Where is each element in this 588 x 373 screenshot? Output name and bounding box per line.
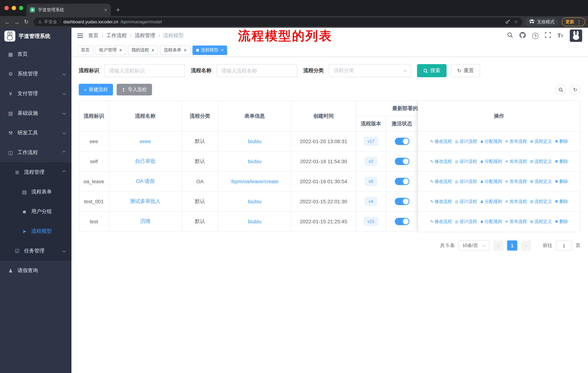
sidebar-item-leave-query[interactable]: ♟ 请假查询: [0, 261, 72, 281]
sidebar-item-workflow[interactable]: ◫ 工作流程: [0, 143, 72, 162]
help-icon[interactable]: ?: [532, 33, 538, 39]
forward-icon[interactable]: →: [12, 19, 21, 25]
active-toggle[interactable]: [395, 178, 409, 185]
category-select[interactable]: 流程分类: [329, 64, 411, 77]
page-size-select[interactable]: 10条/页: [458, 240, 490, 251]
page-tab-process-form[interactable]: 流程表单 ×: [160, 45, 190, 55]
edit-process-action[interactable]: ✎修改流程: [430, 158, 452, 164]
publish-process-action[interactable]: ✈发布流程: [505, 178, 527, 184]
form-info-link[interactable]: biubiu: [248, 199, 262, 204]
process-name-link[interactable]: 滔博: [140, 218, 150, 224]
delete-action[interactable]: ✖删除: [555, 158, 568, 164]
create-process-button[interactable]: + 新建流程: [79, 84, 113, 95]
sidebar-item-process-form[interactable]: ▤ 流程表单: [0, 182, 72, 202]
page-tab-tenant-mgmt[interactable]: 租户管理 ×: [95, 45, 126, 55]
form-info-link[interactable]: biubiu: [248, 159, 262, 164]
new-tab-button[interactable]: +: [116, 6, 120, 13]
edit-process-action[interactable]: ✎修改流程: [430, 178, 452, 184]
process-id-input[interactable]: [104, 64, 185, 77]
sidebar-item-home[interactable]: ▦ 首页: [0, 44, 72, 64]
reload-icon[interactable]: ↻: [22, 19, 31, 25]
process-name-link[interactable]: 自己审批: [135, 158, 156, 164]
github-icon[interactable]: [519, 32, 526, 40]
publish-process-action[interactable]: ✈发布流程: [505, 138, 527, 144]
sidebar-item-payment-mgmt[interactable]: ¥ 支付管理: [0, 84, 72, 103]
minimize-window-button[interactable]: [12, 6, 16, 10]
back-icon[interactable]: ←: [3, 19, 12, 25]
assign-rule-action[interactable]: ♟分配规则: [480, 198, 502, 204]
close-window-button[interactable]: [4, 6, 9, 10]
tab-close-icon[interactable]: ×: [104, 7, 107, 13]
delete-action[interactable]: ✖删除: [555, 178, 568, 184]
delete-action[interactable]: ✖删除: [555, 198, 568, 204]
sidebar-item-process-model[interactable]: ➤ 流程模型: [0, 222, 72, 241]
active-toggle[interactable]: [395, 218, 409, 225]
assign-rule-action[interactable]: ♟分配规则: [480, 178, 502, 184]
page-tab-process-model[interactable]: 流程模型 ×: [192, 45, 227, 55]
sidebar-item-user-group[interactable]: ☻ 用户分组: [0, 202, 72, 222]
avatar[interactable]: [570, 30, 582, 42]
sidebar-item-dev-tools[interactable]: ⚒ 研发工具: [0, 123, 72, 143]
process-definition-action[interactable]: ⊞流程定义: [530, 219, 552, 225]
toggle-search-button[interactable]: [556, 84, 566, 95]
page-1-button[interactable]: 1: [507, 240, 517, 251]
process-definition-action[interactable]: ⊞流程定义: [530, 138, 552, 144]
close-icon[interactable]: ×: [119, 48, 122, 52]
zoom-window-button[interactable]: [19, 6, 23, 10]
page-tab-home[interactable]: 首页: [77, 45, 93, 55]
form-info-link[interactable]: biubiu: [248, 138, 262, 144]
import-process-button[interactable]: ↥ 导入流程: [116, 84, 152, 95]
form-info-link[interactable]: biubiu: [248, 219, 262, 224]
design-process-action[interactable]: ◎设计流程: [455, 138, 477, 144]
browser-tab[interactable]: 芋道管理系统 ×: [26, 4, 111, 16]
page-tab-my-process[interactable]: 我的流程 ×: [128, 45, 158, 55]
process-name-link[interactable]: OA 请假: [136, 178, 155, 184]
design-process-action[interactable]: ◎设计流程: [455, 219, 477, 225]
design-process-action[interactable]: ◎设计流程: [455, 158, 477, 164]
assign-rule-action[interactable]: ♟分配规则: [480, 138, 502, 144]
breadcrumb-item[interactable]: 工作流程: [106, 32, 127, 39]
close-icon[interactable]: ×: [221, 48, 224, 52]
breadcrumb-item[interactable]: 流程管理: [135, 32, 155, 39]
address-bar[interactable]: ⚠ 不安全 dashboard.yudao.iocoder.cn/bpm/man…: [33, 18, 522, 26]
process-name-input[interactable]: [217, 64, 297, 77]
process-name-link[interactable]: eeee: [140, 138, 151, 144]
sidebar-item-infrastructure[interactable]: ▥ 基础设施: [0, 103, 72, 123]
edit-process-action[interactable]: ✎修改流程: [430, 138, 452, 144]
search-icon[interactable]: [507, 32, 513, 39]
browser-menu-icon[interactable]: ⋮: [577, 19, 581, 25]
process-definition-action[interactable]: ⊞流程定义: [530, 158, 552, 164]
edit-process-action[interactable]: ✎修改流程: [430, 219, 452, 225]
search-button[interactable]: 搜索: [417, 64, 447, 77]
goto-page-input[interactable]: [556, 240, 572, 251]
refresh-table-button[interactable]: ↻: [570, 84, 580, 95]
design-process-action[interactable]: ◎设计流程: [455, 198, 477, 204]
fullscreen-icon[interactable]: [545, 32, 551, 39]
collapse-sidebar-icon[interactable]: [77, 32, 83, 39]
design-process-action[interactable]: ◎设计流程: [455, 178, 477, 184]
assign-rule-action[interactable]: ♟分配规则: [480, 158, 502, 164]
sidebar-item-system-mgmt[interactable]: ⚙ 系统管理: [0, 64, 72, 84]
close-icon[interactable]: ×: [184, 48, 187, 52]
assign-rule-action[interactable]: ♟分配规则: [480, 219, 502, 225]
font-size-icon[interactable]: TT: [557, 33, 563, 39]
publish-process-action[interactable]: ✈发布流程: [505, 219, 527, 225]
publish-process-action[interactable]: ✈发布流程: [505, 158, 527, 164]
password-key-icon[interactable]: [505, 19, 510, 25]
active-toggle[interactable]: [395, 158, 409, 165]
process-name-link[interactable]: 测试多审批人: [130, 198, 161, 204]
form-info-link[interactable]: /bpm/oa/leave/create: [231, 179, 279, 184]
reset-button[interactable]: ↻ 重置: [451, 64, 480, 77]
prev-page-button[interactable]: ‹: [493, 240, 504, 251]
bookmark-star-icon[interactable]: ☆: [514, 19, 518, 24]
sidebar-item-process-mgmt[interactable]: ≣ 流程管理: [0, 162, 72, 182]
close-icon[interactable]: ×: [151, 48, 154, 52]
update-button[interactable]: 更新 ⋮: [562, 18, 585, 26]
breadcrumb-item[interactable]: 首页: [88, 32, 98, 39]
active-toggle[interactable]: [395, 138, 409, 145]
next-page-button[interactable]: ›: [521, 240, 531, 251]
delete-action[interactable]: ✖删除: [555, 138, 568, 144]
process-definition-action[interactable]: ⊞流程定义: [530, 198, 552, 204]
delete-action[interactable]: ✖删除: [555, 219, 568, 225]
active-toggle[interactable]: [395, 198, 409, 205]
